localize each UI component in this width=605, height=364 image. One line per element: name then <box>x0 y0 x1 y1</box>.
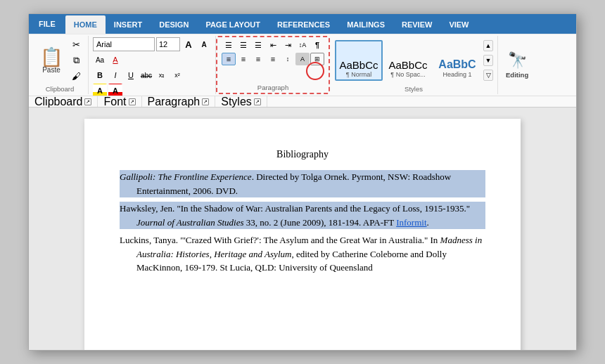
increase-indent-button[interactable]: ⇥ <box>281 39 295 51</box>
justify-button[interactable]: ≡ <box>266 53 280 65</box>
styles-expand-icon[interactable]: ↗ <box>254 98 261 105</box>
document-title: Bibliography <box>120 147 485 162</box>
font-name-row: A A <box>93 37 211 51</box>
align-center-button[interactable]: ≡ <box>236 53 250 65</box>
decrease-indent-button[interactable]: ⇤ <box>266 39 280 51</box>
bibliography-entry-3: Luckins, Tanya. "'Crazed With Grief?': T… <box>120 233 485 275</box>
show-hide-button[interactable]: ¶ <box>310 39 324 51</box>
style-nospace-label: ¶ No Spac... <box>390 71 425 78</box>
document-page: Bibliography Gallipoli: The Frontline Ex… <box>84 119 521 350</box>
tab-view[interactable]: VIEW <box>440 15 477 34</box>
sort-button[interactable]: ↕A <box>295 39 310 51</box>
borders-button[interactable]: ⊞ <box>310 53 324 65</box>
font-group: A A Aa A B I U abc x₂ x² <box>89 36 216 94</box>
font-format-row: B I U abc x₂ x² <box>93 68 184 82</box>
clipboard-expand-icon[interactable]: ↗ <box>84 98 91 105</box>
clipboard-group: 📋 Paste ✂ ⧉ 🖌 Cl <box>32 36 89 94</box>
document-area: Bibliography Gallipoli: The Frontline Ex… <box>29 108 576 350</box>
binoculars-icon: 🔭 <box>508 51 527 70</box>
styles-bottom-label: Styles ↗ <box>215 96 267 107</box>
bibliography-entry-1: Gallipoli: The Frontline Experience. Dir… <box>120 170 485 197</box>
numbered-list-button[interactable]: ☰ <box>236 39 250 51</box>
underline-button[interactable]: U <box>124 68 138 82</box>
styles-label: Styles <box>405 84 423 93</box>
tab-bar: FILE HOME INSERT DESIGN PAGE LAYOUT REFE… <box>29 14 576 34</box>
tab-review[interactable]: REVIEW <box>393 15 440 34</box>
styles-scroll-up[interactable]: ▲ <box>483 40 493 51</box>
cut-icon: ✂ <box>72 39 80 50</box>
editing-group: 🔭 Editing <box>498 36 536 94</box>
paste-button[interactable]: 📋 Paste <box>36 37 67 84</box>
format-painter-icon: 🖌 <box>72 71 81 82</box>
bullets-button[interactable]: ☰ <box>222 39 236 51</box>
clipboard-content: 📋 Paste ✂ ⧉ 🖌 <box>36 37 84 84</box>
font-bottom-label: Font ↗ <box>98 96 141 107</box>
align-left-button[interactable]: ≡ <box>222 53 236 65</box>
ribbon-content: 📋 Paste ✂ ⧉ 🖌 Cl <box>29 34 576 96</box>
ribbon: FILE HOME INSERT DESIGN PAGE LAYOUT REFE… <box>29 14 576 108</box>
tab-file[interactable]: FILE <box>29 14 65 34</box>
editing-label: Editing <box>506 71 528 79</box>
para-align-row: ≡ ≡ ≡ ≡ ↕ A ⊞ <box>222 53 324 65</box>
font-case-button[interactable]: Aa <box>93 53 107 67</box>
cut-button[interactable]: ✂ <box>68 38 84 52</box>
superscript-button[interactable]: x² <box>170 68 184 82</box>
ribbon-bottom-row: Clipboard ↗ Font ↗ Paragraph ↗ Styles ↗ <box>29 96 576 107</box>
paragraph-content: ☰ ☰ ☰ ⇤ ⇥ ↕A ¶ ≡ ≡ ≡ ≡ ↕ A <box>222 39 324 82</box>
style-h1-label: Heading 1 <box>442 71 471 78</box>
tab-insert[interactable]: INSERT <box>106 15 151 34</box>
styles-group: AaBbCc ¶ Normal AaBbCc ¶ No Spac... AaBb… <box>330 36 498 94</box>
align-right-button[interactable]: ≡ <box>251 53 265 65</box>
strikethrough-button[interactable]: abc <box>139 68 153 82</box>
styles-expand[interactable]: ▽ <box>483 70 493 81</box>
italic-button[interactable]: I <box>108 68 122 82</box>
tab-references[interactable]: REFERENCES <box>269 15 338 34</box>
editing-content: 🔭 Editing <box>502 39 532 91</box>
styles-content: AaBbCc ¶ Normal AaBbCc ¶ No Spac... AaBb… <box>334 37 493 84</box>
multilevel-list-button[interactable]: ☰ <box>251 39 265 51</box>
style-nospace-preview: AaBbCc <box>388 60 427 72</box>
tab-page-layout[interactable]: PAGE LAYOUT <box>197 15 269 34</box>
bold-button[interactable]: B <box>93 68 107 82</box>
paragraph-label: Paragraph <box>257 82 288 91</box>
tab-design[interactable]: DESIGN <box>151 15 197 34</box>
style-normal[interactable]: AaBbCc ¶ Normal <box>335 40 383 81</box>
style-normal-label: ¶ Normal <box>346 71 371 78</box>
style-h1-preview: AaBbC <box>438 58 476 71</box>
style-normal-preview: AaBbCc <box>339 60 378 72</box>
bibliography-entry-2: Hawksley, Jen. "In the Shadow of War: Au… <box>120 202 485 229</box>
line-spacing-button[interactable]: ↕ <box>281 53 295 65</box>
format-painter-button[interactable]: 🖌 <box>68 69 84 83</box>
copy-icon: ⧉ <box>73 55 79 66</box>
style-nospace[interactable]: AaBbCc ¶ No Spac... <box>384 40 432 81</box>
tab-home[interactable]: HOME <box>65 15 106 34</box>
styles-scroll: ▲ ▼ ▽ <box>483 40 493 81</box>
clipboard-side: ✂ ⧉ 🖌 <box>68 37 84 84</box>
clipboard-label: Clipboard <box>46 84 75 93</box>
style-heading1[interactable]: AaBbC Heading 1 <box>433 40 481 81</box>
font-expand-icon[interactable]: ↗ <box>129 98 136 105</box>
paragraph-expand-icon[interactable]: ↗ <box>202 98 209 105</box>
font-clear-button[interactable]: A <box>108 53 122 67</box>
tab-mailings[interactable]: MAILINGS <box>338 15 393 34</box>
copy-button[interactable]: ⧉ <box>68 53 84 67</box>
font-grow-button[interactable]: A <box>182 37 196 51</box>
editing-button[interactable]: 🔭 Editing <box>502 48 532 82</box>
paragraph-bottom-label: Paragraph ↗ <box>142 96 216 107</box>
font-case-row: Aa A <box>93 53 122 67</box>
clipboard-bottom-label: Clipboard ↗ <box>29 96 98 107</box>
word-window: FILE HOME INSERT DESIGN PAGE LAYOUT REFE… <box>28 13 577 351</box>
paste-label: Paste <box>42 66 60 74</box>
font-shrink-button[interactable]: A <box>197 37 211 51</box>
font-name-input[interactable] <box>93 37 155 51</box>
para-list-row: ☰ ☰ ☰ ⇤ ⇥ ↕A ¶ <box>222 39 324 51</box>
styles-scroll-down[interactable]: ▼ <box>483 55 493 66</box>
subscript-button[interactable]: x₂ <box>155 68 169 82</box>
paragraph-group: ☰ ☰ ☰ ⇤ ⇥ ↕A ¶ ≡ ≡ ≡ ≡ ↕ A <box>216 36 330 94</box>
font-size-input[interactable] <box>156 37 180 51</box>
font-content: A A Aa A B I U abc x₂ x² <box>93 37 211 98</box>
paste-icon: 📋 <box>40 48 63 66</box>
shading-button[interactable]: A <box>295 53 310 65</box>
